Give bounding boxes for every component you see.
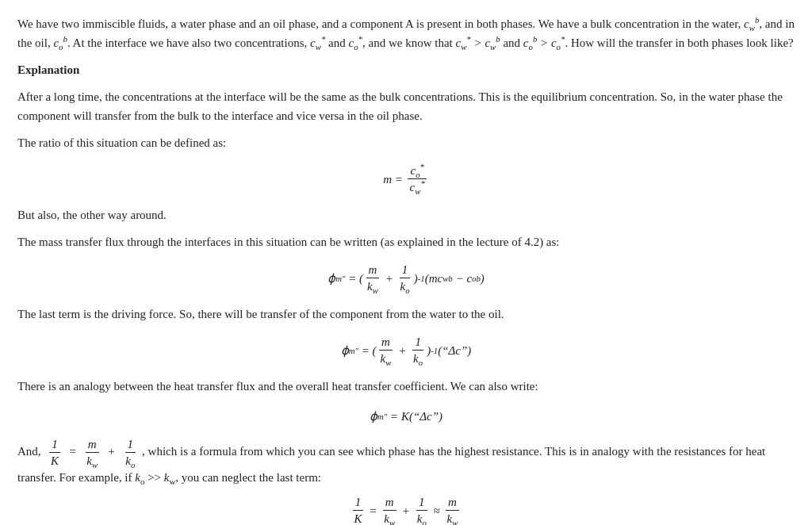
math-co-star2: co* (349, 36, 362, 49)
inline-frac-1K-num: 1 (49, 437, 60, 453)
frac2-m-kw-num: m (379, 335, 393, 351)
last-term-text: The last term is the driving force. So, … (17, 305, 795, 324)
mass-transfer-intro: The mass transfer flux through the inter… (17, 232, 795, 251)
and-formula-text: And, 1 K = m kw + 1 ko , which is a form… (17, 437, 795, 487)
frac-1-ko-num: 1 (400, 262, 411, 278)
frac-final-approx: m kw (445, 495, 461, 525)
inline-frac-1Ko-den: ko (123, 453, 137, 468)
inline-frac-1K-den: K (48, 453, 61, 468)
frac-final-mKw-den: kw (381, 511, 397, 525)
fraction-m-den: cw* (408, 179, 427, 194)
explanation-bold: Explanation (17, 63, 79, 76)
frac2-1-ko: 1 ko (411, 335, 425, 366)
frac-m-kw-num: m (366, 262, 380, 278)
explanation-title: Explanation (17, 60, 795, 79)
equation-approx: 1 K = m kw + 1 ko ≈ m kw (17, 495, 795, 525)
frac-final-approx-num: m (446, 495, 459, 511)
frac2-1-ko-den: ko (411, 351, 425, 366)
frac-final-1K: 1 K (352, 495, 365, 525)
frac-final-1Ko: 1 ko (415, 495, 429, 525)
frac2-m-kw: m kw (378, 335, 394, 366)
equation-m: m = co* cw* (17, 163, 795, 194)
inline-frac-mKw: m kw (84, 437, 100, 468)
fraction-m: co* cw* (408, 163, 427, 194)
math-co-b: cob (53, 36, 67, 49)
frac-final-mKw-num: m (383, 495, 396, 511)
inline-frac-mKw-num: m (86, 437, 99, 453)
frac-m-kw-den: kw (365, 278, 381, 293)
frac-final-1Ko-num: 1 (416, 495, 427, 511)
inline-frac-mKw-den: kw (84, 453, 100, 468)
inline-frac-1Ko: 1 ko (123, 437, 137, 468)
frac-1-ko-den: ko (398, 278, 412, 293)
math-ineq2: cob > co* (523, 36, 565, 49)
math-cw-b: cwb (744, 17, 759, 30)
frac-final-mKw: m kw (381, 495, 397, 525)
frac2-m-kw-den: kw (378, 351, 394, 366)
frac2-1-ko-num: 1 (412, 335, 423, 351)
math-cw-star: cw* (310, 36, 325, 49)
main-content: We have two immiscible fluids, a water p… (17, 14, 795, 525)
frac-final-1Ko-den: ko (415, 511, 429, 525)
equation-phi1: ϕm″ = ( m kw + 1 ko )-1(mcwb − cob) (17, 262, 795, 293)
intro-paragraph: We have two immiscible fluids, a water p… (17, 14, 795, 52)
frac-final-1K-num: 1 (353, 495, 364, 511)
fraction-m-num: co* (408, 163, 426, 179)
equation-phi3: ϕm″ = K(“Δc”) (17, 407, 795, 426)
frac-final-1K-den: K (352, 511, 365, 525)
ratio-intro: The ratio of this situation can be defin… (17, 133, 795, 152)
frac-final-approx-den: kw (445, 511, 461, 525)
equation-phi2: ϕm″ = ( m kw + 1 ko )-1(“Δc”) (17, 335, 795, 366)
math-ineq1: cw* > cwb (455, 36, 500, 49)
frac-m-kw: m kw (365, 262, 381, 293)
inline-frac-1Ko-num: 1 (125, 437, 136, 453)
but-also: But also, the other way around. (17, 205, 795, 224)
math-1-over-K: 1 K = m kw + 1 ko (47, 445, 142, 458)
explanation-text: After a long time, the concentrations at… (17, 87, 795, 125)
analogy-text: There is an analogy between the heat tra… (17, 377, 795, 396)
inline-frac-1K: 1 K (48, 437, 61, 468)
frac-1-ko: 1 ko (398, 262, 412, 293)
